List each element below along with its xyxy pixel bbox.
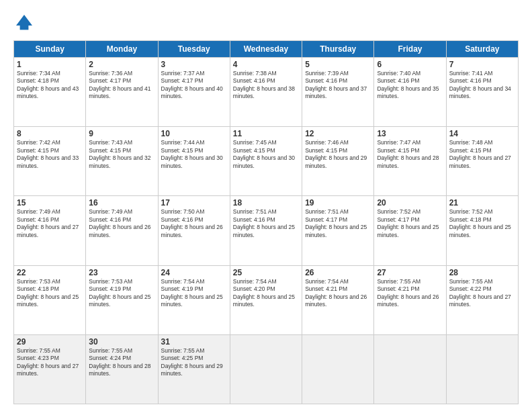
cell-content: Sunrise: 7:54 AMSunset: 4:21 PMDaylight:… <box>305 278 367 308</box>
cell-content: Sunrise: 7:41 AMSunset: 4:16 PMDaylight:… <box>449 70 511 99</box>
day-number: 22 <box>17 268 83 277</box>
table-row: 19 Sunrise: 7:51 AMSunset: 4:17 PMDaylig… <box>302 196 374 265</box>
table-row: 2 Sunrise: 7:36 AMSunset: 4:17 PMDayligh… <box>86 58 158 127</box>
cell-content: Sunrise: 7:43 AMSunset: 4:15 PMDaylight:… <box>89 139 150 169</box>
table-row: 12 Sunrise: 7:46 AMSunset: 4:15 PMDaylig… <box>302 127 374 196</box>
cell-content: Sunrise: 7:53 AMSunset: 4:18 PMDaylight:… <box>17 278 79 308</box>
day-number: 14 <box>449 129 515 138</box>
cell-content: Sunrise: 7:38 AMSunset: 4:16 PMDaylight:… <box>233 70 295 99</box>
cell-content: Sunrise: 7:54 AMSunset: 4:20 PMDaylight:… <box>233 278 295 308</box>
day-number: 16 <box>89 198 154 208</box>
day-number: 9 <box>89 129 154 138</box>
table-row: 27 Sunrise: 7:55 AMSunset: 4:21 PMDaylig… <box>374 265 446 334</box>
cell-content: Sunrise: 7:54 AMSunset: 4:19 PMDaylight:… <box>161 278 223 308</box>
day-number: 27 <box>377 268 443 277</box>
cell-content: Sunrise: 7:46 AMSunset: 4:15 PMDaylight:… <box>305 139 367 169</box>
cell-content: Sunrise: 7:42 AMSunset: 4:15 PMDaylight:… <box>17 139 79 169</box>
day-number: 24 <box>161 268 227 277</box>
cell-content: Sunrise: 7:49 AMSunset: 4:16 PMDaylight:… <box>17 208 79 238</box>
table-row: 31 Sunrise: 7:55 AMSunset: 4:25 PMDaylig… <box>158 334 230 404</box>
day-number: 25 <box>233 268 299 277</box>
table-row: 30 Sunrise: 7:55 AMSunset: 4:24 PMDaylig… <box>86 334 158 404</box>
header <box>13 12 519 34</box>
cell-content: Sunrise: 7:55 AMSunset: 4:22 PMDaylight:… <box>449 278 511 308</box>
svg-marker-0 <box>16 15 32 26</box>
cell-content: Sunrise: 7:40 AMSunset: 4:16 PMDaylight:… <box>377 70 439 99</box>
table-row: 10 Sunrise: 7:44 AMSunset: 4:15 PMDaylig… <box>158 127 230 196</box>
weekday-header: Sunday <box>14 41 86 58</box>
table-row: 17 Sunrise: 7:50 AMSunset: 4:16 PMDaylig… <box>158 196 230 265</box>
cell-content: Sunrise: 7:55 AMSunset: 4:23 PMDaylight:… <box>17 347 79 377</box>
cell-content: Sunrise: 7:55 AMSunset: 4:24 PMDaylight:… <box>89 347 150 377</box>
cell-content: Sunrise: 7:51 AMSunset: 4:16 PMDaylight:… <box>233 208 295 238</box>
cell-content: Sunrise: 7:52 AMSunset: 4:17 PMDaylight:… <box>377 208 439 238</box>
table-row: 9 Sunrise: 7:43 AMSunset: 4:15 PMDayligh… <box>86 127 158 196</box>
day-number: 28 <box>449 268 515 277</box>
page: SundayMondayTuesdayWednesdayThursdayFrid… <box>0 0 532 411</box>
cell-content: Sunrise: 7:39 AMSunset: 4:16 PMDaylight:… <box>305 70 367 99</box>
calendar-table: SundayMondayTuesdayWednesdayThursdayFrid… <box>13 40 519 404</box>
cell-content: Sunrise: 7:52 AMSunset: 4:18 PMDaylight:… <box>449 208 511 238</box>
day-number: 19 <box>305 198 371 208</box>
day-number: 7 <box>449 60 515 69</box>
table-row: 29 Sunrise: 7:55 AMSunset: 4:23 PMDaylig… <box>14 334 86 404</box>
day-number: 21 <box>449 198 515 208</box>
table-row: 6 Sunrise: 7:40 AMSunset: 4:16 PMDayligh… <box>374 58 446 127</box>
cell-content: Sunrise: 7:48 AMSunset: 4:15 PMDaylight:… <box>449 139 511 169</box>
table-row: 28 Sunrise: 7:55 AMSunset: 4:22 PMDaylig… <box>446 265 518 334</box>
table-row: 11 Sunrise: 7:45 AMSunset: 4:15 PMDaylig… <box>230 127 302 196</box>
day-number: 31 <box>161 337 227 347</box>
day-number: 29 <box>17 337 83 347</box>
table-row: 14 Sunrise: 7:48 AMSunset: 4:15 PMDaylig… <box>446 127 518 196</box>
table-row <box>302 334 374 404</box>
table-row <box>230 334 302 404</box>
day-number: 8 <box>17 129 83 138</box>
cell-content: Sunrise: 7:44 AMSunset: 4:15 PMDaylight:… <box>161 139 223 169</box>
table-row: 21 Sunrise: 7:52 AMSunset: 4:18 PMDaylig… <box>446 196 518 265</box>
table-row: 18 Sunrise: 7:51 AMSunset: 4:16 PMDaylig… <box>230 196 302 265</box>
table-row: 5 Sunrise: 7:39 AMSunset: 4:16 PMDayligh… <box>302 58 374 127</box>
day-number: 15 <box>17 198 83 208</box>
table-row: 24 Sunrise: 7:54 AMSunset: 4:19 PMDaylig… <box>158 265 230 334</box>
weekday-header: Thursday <box>302 41 374 58</box>
day-number: 30 <box>89 337 154 347</box>
day-number: 11 <box>233 129 299 138</box>
day-number: 26 <box>305 268 371 277</box>
cell-content: Sunrise: 7:34 AMSunset: 4:18 PMDaylight:… <box>17 70 79 99</box>
table-row: 3 Sunrise: 7:37 AMSunset: 4:17 PMDayligh… <box>158 58 230 127</box>
weekday-header: Tuesday <box>158 41 230 58</box>
table-row: 25 Sunrise: 7:54 AMSunset: 4:20 PMDaylig… <box>230 265 302 334</box>
cell-content: Sunrise: 7:55 AMSunset: 4:21 PMDaylight:… <box>377 278 439 308</box>
svg-rect-1 <box>20 26 29 30</box>
day-number: 23 <box>89 268 154 277</box>
cell-content: Sunrise: 7:55 AMSunset: 4:25 PMDaylight:… <box>161 347 223 377</box>
table-row <box>374 334 446 404</box>
table-row: 8 Sunrise: 7:42 AMSunset: 4:15 PMDayligh… <box>14 127 86 196</box>
day-number: 17 <box>161 198 227 208</box>
day-number: 2 <box>89 60 154 69</box>
cell-content: Sunrise: 7:45 AMSunset: 4:15 PMDaylight:… <box>233 139 295 169</box>
day-number: 5 <box>305 60 371 69</box>
day-number: 4 <box>233 60 299 69</box>
weekday-header: Wednesday <box>230 41 302 58</box>
table-row: 13 Sunrise: 7:47 AMSunset: 4:15 PMDaylig… <box>374 127 446 196</box>
logo-icon <box>13 12 35 34</box>
day-number: 18 <box>233 198 299 208</box>
table-row: 23 Sunrise: 7:53 AMSunset: 4:19 PMDaylig… <box>86 265 158 334</box>
cell-content: Sunrise: 7:47 AMSunset: 4:15 PMDaylight:… <box>377 139 439 169</box>
table-row: 1 Sunrise: 7:34 AMSunset: 4:18 PMDayligh… <box>14 58 86 127</box>
table-row: 26 Sunrise: 7:54 AMSunset: 4:21 PMDaylig… <box>302 265 374 334</box>
weekday-header: Saturday <box>446 41 518 58</box>
table-row: 22 Sunrise: 7:53 AMSunset: 4:18 PMDaylig… <box>14 265 86 334</box>
table-row: 4 Sunrise: 7:38 AMSunset: 4:16 PMDayligh… <box>230 58 302 127</box>
logo <box>13 12 38 34</box>
table-row: 20 Sunrise: 7:52 AMSunset: 4:17 PMDaylig… <box>374 196 446 265</box>
cell-content: Sunrise: 7:50 AMSunset: 4:16 PMDaylight:… <box>161 208 223 238</box>
table-row <box>446 334 518 404</box>
day-number: 10 <box>161 129 227 138</box>
table-row: 16 Sunrise: 7:49 AMSunset: 4:16 PMDaylig… <box>86 196 158 265</box>
cell-content: Sunrise: 7:53 AMSunset: 4:19 PMDaylight:… <box>89 278 150 308</box>
table-row: 7 Sunrise: 7:41 AMSunset: 4:16 PMDayligh… <box>446 58 518 127</box>
day-number: 1 <box>17 60 83 69</box>
weekday-header: Monday <box>86 41 158 58</box>
